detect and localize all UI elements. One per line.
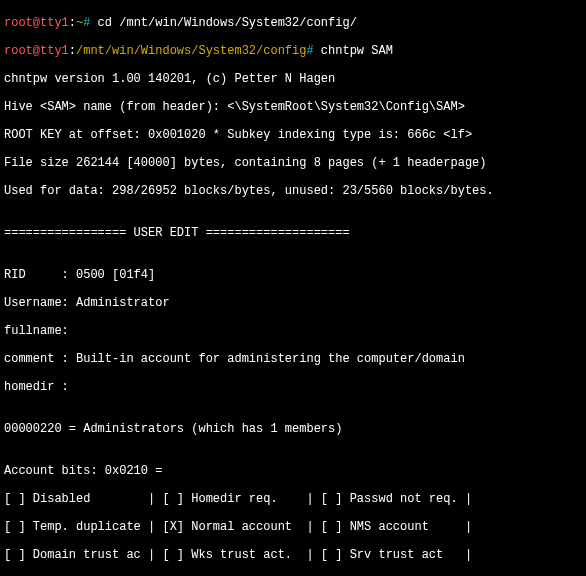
username-line: Username: Administrator xyxy=(4,296,582,310)
fullname-line: fullname: xyxy=(4,324,582,338)
prompt-user: root@tty1 xyxy=(4,16,69,30)
prompt-line-1: root@tty1:~# cd /mnt/win/Windows/System3… xyxy=(4,16,582,30)
account-bits-row: [ ] Domain trust ac | [ ] Wks trust act.… xyxy=(4,548,582,562)
rid-line: RID : 0500 [01f4] xyxy=(4,268,582,282)
comment-line: comment : Built-in account for administe… xyxy=(4,352,582,366)
rootkey-line: ROOT KEY at offset: 0x001020 * Subkey in… xyxy=(4,128,582,142)
account-bits-row: [ ] Temp. duplicate | [X] Normal account… xyxy=(4,520,582,534)
user-edit-header: ================= USER EDIT ============… xyxy=(4,226,582,240)
group-line: 00000220 = Administrators (which has 1 m… xyxy=(4,422,582,436)
version-line: chntpw version 1.00 140201, (c) Petter N… xyxy=(4,72,582,86)
homedir-line: homedir : xyxy=(4,380,582,394)
terminal-output: root@tty1:~# cd /mnt/win/Windows/System3… xyxy=(0,0,586,576)
filesize-line: File size 262144 [40000] bytes, containi… xyxy=(4,156,582,170)
command-cd: cd /mnt/win/Windows/System32/config/ xyxy=(90,16,356,30)
hive-line: Hive <SAM> name (from header): <\SystemR… xyxy=(4,100,582,114)
account-bits-row: [ ] Disabled | [ ] Homedir req. | [ ] Pa… xyxy=(4,492,582,506)
account-bits-header: Account bits: 0x0210 = xyxy=(4,464,582,478)
prompt-user: root@tty1 xyxy=(4,44,69,58)
prompt-hash: # xyxy=(306,44,313,58)
prompt-line-2: root@tty1:/mnt/win/Windows/System32/conf… xyxy=(4,44,582,58)
useddata-line: Used for data: 298/26952 blocks/bytes, u… xyxy=(4,184,582,198)
prompt-path: /mnt/win/Windows/System32/config xyxy=(76,44,306,58)
command-chntpw: chntpw SAM xyxy=(314,44,393,58)
